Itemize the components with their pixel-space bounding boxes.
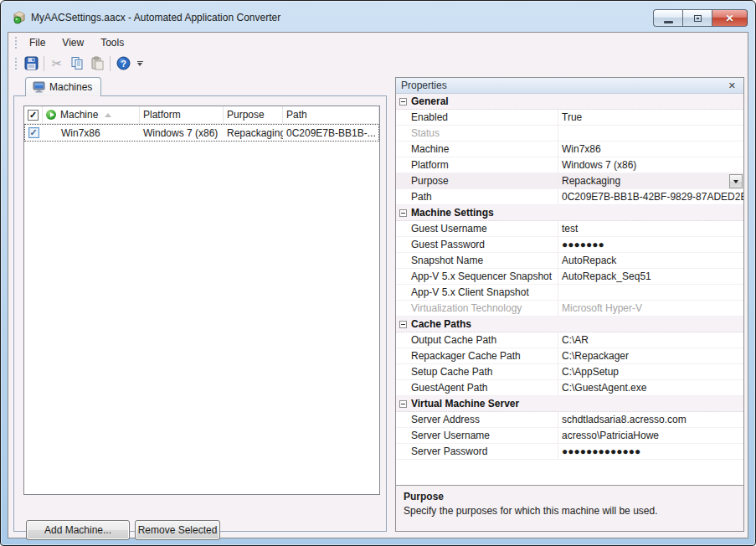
machine-name-cell[interactable]: Win7x86 — [43, 124, 140, 142]
property-value[interactable]: AutoRepack_Seq51 — [558, 269, 743, 284]
toolbar-overflow-button[interactable] — [135, 61, 145, 66]
help-icon: ? — [116, 56, 131, 70]
machine-row[interactable]: ✓Win7x86Windows 7 (x86)Repackaging0C209E… — [24, 124, 379, 142]
column-header-purpose[interactable]: Purpose — [224, 106, 283, 123]
column-header-platform[interactable]: Platform — [140, 106, 224, 123]
property-row[interactable]: Guest Usernametest — [396, 221, 743, 237]
property-category[interactable]: Virtual Machine Server — [396, 396, 743, 412]
add-machine-button[interactable]: Add Machine... — [26, 520, 130, 540]
category-label: General — [411, 95, 449, 107]
property-row[interactable]: Snapshot NameAutoRepack — [396, 253, 743, 269]
property-description: Purpose Specify the purposes for which t… — [396, 485, 743, 531]
select-all-column-header[interactable]: ✓ — [24, 106, 43, 123]
property-label: Machine — [396, 143, 558, 155]
menubar-grip[interactable] — [14, 37, 18, 49]
property-value[interactable]: test — [558, 221, 743, 236]
collapse-icon[interactable] — [399, 98, 407, 106]
dropdown-button[interactable] — [729, 174, 743, 188]
toolbar-separator — [110, 56, 111, 71]
copy-button[interactable] — [67, 54, 87, 73]
property-row[interactable]: Output Cache PathC:\AR — [396, 332, 743, 348]
menu-item-tools[interactable]: Tools — [92, 34, 132, 51]
property-row[interactable]: Setup Cache PathC:\AppSetup — [396, 364, 743, 380]
menu-item-view[interactable]: View — [54, 34, 92, 51]
property-row[interactable]: Server Usernameacresso\PatriciaHowe — [396, 428, 743, 444]
machine-purpose-cell[interactable]: Repackaging — [224, 124, 283, 142]
property-value[interactable]: C:\AppSetup — [558, 364, 743, 379]
select-all-checkbox[interactable]: ✓ — [28, 110, 39, 121]
toolbar-grip[interactable] — [14, 58, 18, 70]
property-category[interactable]: Cache Paths — [396, 317, 743, 332]
cut-icon: ✂ — [52, 56, 63, 71]
sort-ascending-icon — [105, 113, 111, 117]
run-status-icon — [46, 110, 56, 120]
property-value[interactable]: Windows 7 (x86) — [558, 157, 743, 173]
property-value[interactable]: schdtladsaria8.acresso.com — [558, 412, 743, 427]
collapse-icon[interactable] — [399, 209, 407, 217]
category-label: Cache Paths — [411, 318, 471, 330]
client-area: FileViewTools ✂ — [8, 32, 748, 538]
remove-selected-button[interactable]: Remove Selected — [135, 520, 220, 540]
property-value[interactable]: C:\Repackager — [558, 348, 743, 363]
tab-machines-label: Machines — [49, 81, 92, 93]
property-row[interactable]: PlatformWindows 7 (x86) — [396, 157, 743, 173]
property-row[interactable]: GuestAgent PathC:\GuestAgent.exe — [396, 380, 743, 396]
property-label: Status — [396, 127, 558, 139]
machine-enabled-checkbox[interactable]: ✓ — [28, 127, 39, 138]
machine-path-cell[interactable]: 0C209E7B-BB1B-... — [283, 124, 379, 142]
property-label: Repackager Cache Path — [396, 350, 558, 362]
property-category[interactable]: Machine Settings — [396, 205, 743, 221]
property-value[interactable]: C:\GuestAgent.exe — [558, 380, 743, 395]
property-row[interactable]: PurposeRepackaging — [396, 173, 743, 189]
minimize-button[interactable] — [653, 9, 682, 27]
property-row[interactable]: Path0C209E7B-BB1B-42BF-9829-87ADED2E8 — [396, 189, 743, 205]
property-row[interactable]: Server Addressschdtladsaria8.acresso.com — [396, 412, 743, 428]
property-row[interactable]: MachineWin7x86 — [396, 142, 743, 157]
tab-machines[interactable]: Machines — [25, 77, 101, 96]
save-button[interactable] — [21, 54, 41, 73]
collapse-icon[interactable] — [399, 321, 407, 328]
column-header-machine[interactable]: Machine — [43, 106, 140, 123]
property-value[interactable]: ●●●●●●● — [558, 237, 743, 252]
properties-close-button[interactable]: ✕ — [726, 80, 738, 91]
property-row[interactable]: Guest Password●●●●●●● — [396, 237, 743, 253]
restore-button[interactable] — [682, 9, 712, 27]
collapse-icon[interactable] — [399, 400, 407, 408]
property-value[interactable]: ●●●●●●●●●●●●● — [558, 444, 743, 459]
paste-icon — [90, 56, 105, 70]
machine-platform-cell[interactable]: Windows 7 (x86) — [140, 124, 224, 142]
property-value[interactable] — [558, 126, 743, 141]
close-button[interactable]: ✕ — [712, 9, 748, 27]
property-value[interactable] — [558, 285, 743, 300]
property-row[interactable]: App-V 5.x Client Snapshot — [396, 285, 743, 301]
help-button[interactable]: ? — [113, 54, 133, 73]
menu-item-file[interactable]: File — [21, 34, 54, 51]
property-row[interactable]: Virtualization TechnologyMicrosoft Hyper… — [396, 301, 743, 317]
property-category[interactable]: General — [396, 94, 743, 110]
property-row[interactable]: Server Password●●●●●●●●●●●●● — [396, 444, 743, 460]
property-value[interactable]: C:\AR — [558, 332, 743, 348]
titlebar[interactable]: MyAACSettings.aacx - Automated Applicati… — [1, 1, 755, 32]
paste-button[interactable] — [87, 54, 107, 73]
property-value[interactable]: acresso\PatriciaHowe — [558, 428, 743, 443]
app-window: MyAACSettings.aacx - Automated Applicati… — [0, 0, 756, 546]
property-value[interactable]: Microsoft Hyper-V — [558, 301, 743, 316]
property-row[interactable]: Status — [396, 126, 743, 142]
property-grid: GeneralEnabledTrueStatusMachineWin7x86Pl… — [396, 94, 743, 485]
property-value[interactable]: Win7x86 — [558, 142, 743, 157]
property-label: Enabled — [396, 111, 558, 123]
property-value[interactable]: Repackaging — [558, 173, 743, 188]
property-value[interactable]: AutoRepack — [558, 253, 743, 268]
property-row[interactable]: App-V 5.x Sequencer SnapshotAutoRepack_S… — [396, 269, 743, 285]
property-row[interactable]: Repackager Cache PathC:\Repackager — [396, 348, 743, 364]
property-value[interactable]: 0C209E7B-BB1B-42BF-9829-87ADED2E8 — [558, 189, 743, 204]
property-label: Path — [396, 191, 558, 203]
property-label: Platform — [396, 159, 558, 171]
property-value[interactable]: True — [558, 110, 743, 125]
description-title: Purpose — [404, 491, 736, 502]
property-row[interactable]: EnabledTrue — [396, 110, 743, 126]
svg-text:?: ? — [121, 59, 126, 69]
cut-button[interactable]: ✂ — [47, 54, 67, 73]
property-label: Server Username — [396, 430, 558, 441]
column-header-path[interactable]: Path — [283, 106, 379, 123]
